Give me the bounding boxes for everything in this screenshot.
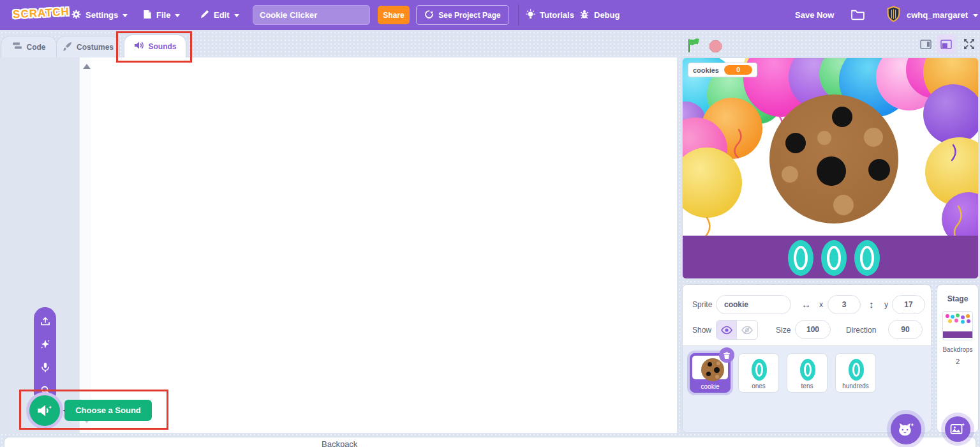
direction-input[interactable] [888,320,923,339]
x-label: x [819,300,823,309]
chocolate-chip [785,133,806,153]
paintbrush-icon [63,42,72,53]
counter-digit-ones [854,240,880,276]
eye-slash-icon [741,326,753,335]
chevron-down-icon [122,14,128,20]
sparkle-icon [40,339,50,349]
project-folder-button[interactable] [850,0,865,30]
scroll-up-icon[interactable] [83,60,91,69]
svg-text:?: ? [583,13,586,17]
account-menu[interactable]: cwhq_margaret [886,0,978,30]
stop-button[interactable] [706,36,725,56]
tab-costumes[interactable]: Costumes [56,36,120,57]
choose-sound-tooltip: Choose a Sound [64,400,152,421]
sound-editor-canvas [91,57,677,433]
menu-bar: SCRATCH Settings File Edit Share See Pro… [0,0,980,30]
variable-monitor[interactable]: cookies 0 [688,63,757,77]
y-position-icon: ↕ [869,299,874,310]
backpack-bar[interactable]: Backpack [4,437,976,447]
save-now-label: Save Now [795,10,834,20]
microphone-icon [41,362,50,373]
sprite-card-hundreds[interactable]: hundreds [835,353,876,393]
show-visible-button[interactable] [716,321,737,339]
sound-list-scrollbar[interactable] [79,57,91,433]
sprite-card-ones[interactable]: ones [738,353,779,393]
see-project-page-button[interactable]: See Project Page [416,5,509,25]
y-input[interactable] [892,295,925,314]
upload-icon [40,316,50,326]
menu-edit[interactable]: Edit [200,0,239,30]
counter-banner [683,236,979,279]
sprite-card-tens[interactable]: tens [787,353,828,393]
bug-icon: ? [579,9,590,21]
small-stage-icon [920,40,932,49]
sprite-name-input[interactable] [716,295,791,314]
upload-sound-button[interactable] [40,315,50,328]
fullscreen-button[interactable] [960,34,979,54]
add-backdrop-button[interactable] [945,416,970,442]
menu-file[interactable]: File [143,0,180,30]
share-button[interactable]: Share [378,6,410,24]
x-input[interactable] [828,295,861,314]
sprite-card-label: cookie [690,383,730,390]
menu-tutorials-label: Tutorials [540,10,574,20]
backpack-label: Backpack [322,439,357,447]
zero-thumbnail [849,359,864,381]
tab-sounds[interactable]: Sounds [124,34,186,57]
sprite-card-label: ones [739,383,778,390]
stage-canvas[interactable]: cookies 0 [682,57,979,279]
surprise-sound-button[interactable] [40,338,50,351]
cookie-sprite[interactable] [769,95,898,224]
stage-pane-title: Stage [937,294,978,303]
see-project-page-label: See Project Page [438,11,500,20]
tab-code[interactable]: Code [1,36,57,57]
backdrop-balloons-preview [946,314,949,318]
menu-file-label: File [156,10,170,20]
menu-settings[interactable]: Settings [71,0,128,30]
chocolate-chip [868,159,890,181]
sprite-label: Sprite [692,300,712,309]
menu-debug[interactable]: ? Debug [579,0,620,30]
green-flag-button[interactable] [685,36,704,55]
add-sprite-button[interactable] [891,414,921,444]
large-stage-button[interactable] [937,34,956,54]
trash-icon [723,351,731,360]
username-label: cwhq_margaret [907,10,968,20]
show-hidden-button[interactable] [737,321,757,339]
backdrop-thumbnail[interactable] [942,311,973,340]
chevron-down-icon [175,14,180,20]
menu-tutorials[interactable]: Tutorials [526,0,574,30]
size-label: Size [776,326,791,335]
choose-sound-button[interactable] [29,395,60,426]
project-name-input[interactable] [253,5,370,25]
zero-thumbnail [800,359,815,381]
size-input[interactable] [795,320,831,339]
lightbulb-icon [526,9,535,22]
scratch-editor: SCRATCH Settings File Edit Share See Pro… [0,0,980,447]
save-now-button[interactable]: Save Now [795,0,834,30]
delete-sprite-button[interactable] [719,347,734,363]
tab-code-label: Code [27,43,46,52]
tab-costumes-label: Costumes [77,43,114,52]
chevron-down-icon [973,14,978,20]
add-sound-action-stack [34,307,56,404]
show-toggle [716,320,758,340]
add-sprite-cat-icon [898,421,915,437]
record-sound-button[interactable] [41,361,50,374]
speaker-sparkle-icon [36,404,53,418]
sprite-card-label: tens [787,383,827,390]
counter-digit-tens [821,240,847,276]
eye-icon [721,326,732,335]
scratch-logo[interactable]: SCRATCH [8,4,73,22]
backdrops-label: Backdrops [937,346,978,353]
menu-divider [518,4,519,26]
pencil-icon [200,10,209,20]
menu-edit-label: Edit [214,10,230,20]
sprite-card-label: hundreds [836,383,875,390]
code-blocks-icon [12,42,22,52]
stage-pane[interactable]: Stage Backdrops 2 [937,284,979,433]
small-stage-button[interactable] [916,34,935,54]
variable-value: 0 [724,65,752,75]
gear-icon [71,10,81,21]
cookie-spot [782,166,798,183]
